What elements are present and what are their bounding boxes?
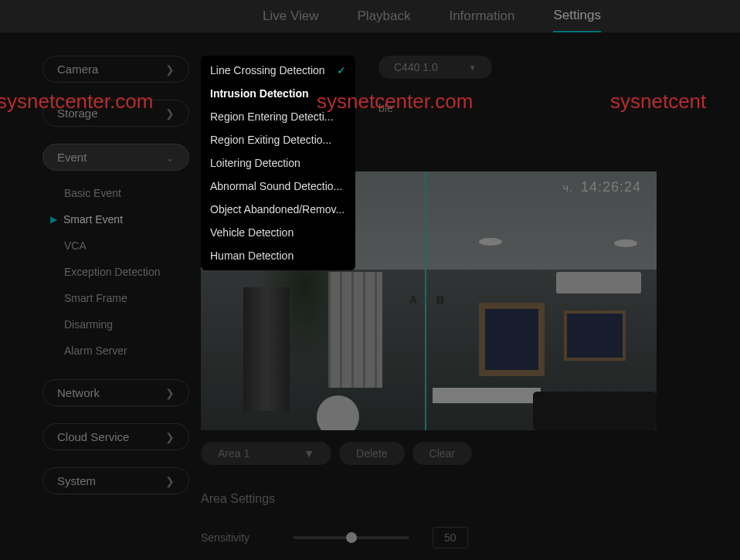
sidebar-camera-label: Camera — [57, 63, 98, 76]
dropdown-item-human[interactable]: Human Detection — [201, 244, 355, 267]
triangle-down-icon: ▼ — [304, 447, 314, 460]
timestamp-prefix: ч. — [563, 182, 573, 194]
nav-information[interactable]: Information — [449, 1, 514, 32]
dropdown-item-label: Line Crossing Detection — [210, 64, 325, 76]
nav-live-view[interactable]: Live View — [263, 1, 318, 32]
sidebar: Camera ❯ Storage ❯ Event ⌄ Basic Event ▶… — [0, 32, 201, 511]
video-scene-picture — [479, 303, 545, 376]
detection-type-dropdown[interactable]: Line Crossing Detection ✓ Intrusion Dete… — [201, 56, 355, 270]
video-scene-chairs — [533, 392, 657, 430]
sidebar-system-label: System — [57, 474, 96, 487]
sidebar-item-basic-event[interactable]: Basic Event — [50, 180, 201, 206]
detection-marker-a: A — [409, 294, 417, 306]
event-subitems: Basic Event ▶ Smart Event VCA Exception … — [50, 180, 201, 364]
sidebar-camera[interactable]: Camera ❯ — [42, 56, 189, 83]
arrow-icon: ↔ — [420, 297, 429, 306]
sidebar-network-label: Network — [57, 386, 100, 399]
area-select-value: Area 1 — [218, 447, 249, 460]
video-scene-picture — [564, 311, 626, 361]
check-icon: ✓ — [337, 64, 346, 76]
slider-thumb[interactable] — [346, 532, 357, 543]
sidebar-item-disarming[interactable]: Disarming — [50, 311, 201, 338]
sidebar-item-vca[interactable]: VCA — [50, 232, 201, 259]
dropdown-item-region-entering[interactable]: Region Entering Detecti... — [201, 105, 355, 128]
enable-label: ble — [378, 102, 740, 114]
sidebar-network[interactable]: Network ❯ — [42, 379, 189, 406]
area-settings-heading: Area Settings — [201, 492, 275, 506]
channel-select[interactable]: C440 1.0 ▼ — [378, 56, 492, 79]
video-scene-dispenser — [243, 287, 290, 411]
chevron-right-icon: ❯ — [165, 431, 175, 443]
sidebar-event-label: Event — [57, 151, 87, 164]
delete-button[interactable]: Delete — [339, 442, 404, 465]
dropdown-item-vehicle[interactable]: Vehicle Detection — [201, 221, 355, 244]
sidebar-item-smart-event-label: Smart Event — [63, 213, 123, 226]
video-scene-window — [328, 272, 382, 388]
nav-playback[interactable]: Playback — [357, 1, 410, 32]
sidebar-item-alarm-server[interactable]: Alarm Server — [50, 338, 201, 364]
dropdown-item-intrusion[interactable]: Intrusion Detection — [201, 82, 355, 105]
video-scene-light — [479, 238, 502, 246]
triangle-down-icon: ▼ — [469, 63, 477, 72]
sensitivity-slider[interactable] — [294, 536, 409, 539]
timestamp-value: 14:26:24 — [581, 179, 641, 195]
chevron-right-icon: ❯ — [165, 63, 175, 76]
sidebar-item-exception-detection[interactable]: Exception Detection — [50, 259, 201, 285]
video-timestamp: ч.14:26:24 — [563, 179, 641, 195]
video-scene-table — [433, 388, 541, 403]
dropdown-item-line-crossing[interactable]: Line Crossing Detection ✓ — [201, 59, 355, 82]
sidebar-system[interactable]: System ❯ — [42, 467, 189, 494]
nav-settings[interactable]: Settings — [553, 0, 600, 32]
clear-button[interactable]: Clear — [412, 442, 472, 465]
video-scene-ac — [556, 272, 641, 294]
sensitivity-value[interactable]: 50 — [433, 527, 468, 548]
chevron-right-icon: ❯ — [165, 107, 175, 120]
sidebar-event[interactable]: Event ⌄ — [42, 144, 189, 171]
dropdown-item-abnormal-sound[interactable]: Abnormal Sound Detectio... — [201, 175, 355, 198]
dropdown-item-object-abandoned[interactable]: Object Abandoned/Remov... — [201, 198, 355, 221]
sensitivity-label: Sensitivity — [201, 531, 270, 544]
chevron-down-icon: ⌄ — [165, 151, 175, 164]
sidebar-storage-label: Storage — [57, 107, 98, 120]
sidebar-item-smart-event[interactable]: ▶ Smart Event — [50, 206, 201, 232]
detection-marker-b: B — [436, 294, 444, 306]
channel-value: C440 1.0 — [394, 61, 438, 73]
sidebar-item-smart-frame[interactable]: Smart Frame — [50, 285, 201, 311]
chevron-right-icon: ❯ — [165, 475, 175, 487]
top-navigation: Live View Playback Information Settings — [0, 0, 740, 32]
content-area: Line Crossing Detection ✓ Intrusion Dete… — [201, 32, 740, 511]
chevron-right-icon: ❯ — [165, 387, 175, 399]
sidebar-cloud-service-label: Cloud Service — [57, 430, 129, 443]
sidebar-cloud-service[interactable]: Cloud Service ❯ — [42, 423, 189, 450]
video-scene-light — [614, 239, 637, 247]
dropdown-item-loitering[interactable]: Loitering Detection — [201, 151, 355, 175]
area-select[interactable]: Area 1 ▼ — [201, 442, 331, 465]
dropdown-item-region-exiting[interactable]: Region Exiting Detectio... — [201, 128, 355, 151]
play-icon: ▶ — [50, 214, 57, 225]
sidebar-storage[interactable]: Storage ❯ — [42, 100, 189, 127]
